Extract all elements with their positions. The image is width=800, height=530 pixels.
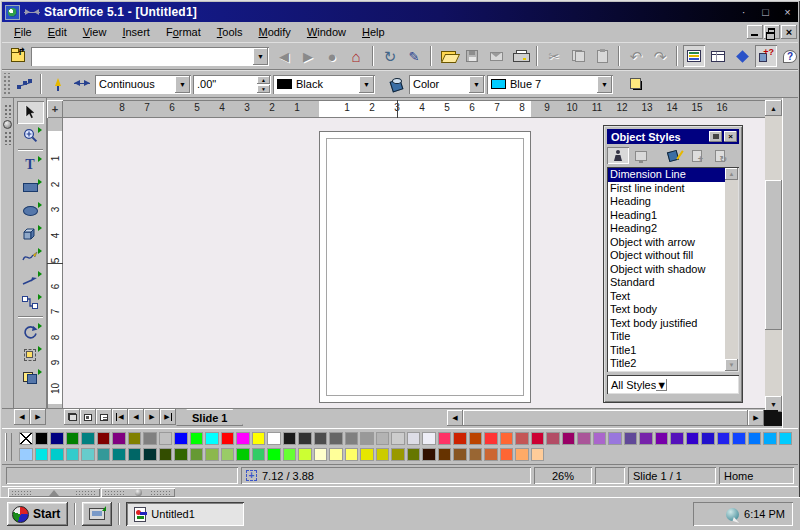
color-swatch[interactable] xyxy=(686,432,700,445)
color-swatch[interactable] xyxy=(608,432,622,445)
style-item[interactable]: Text xyxy=(608,290,725,304)
color-swatch[interactable] xyxy=(298,432,312,445)
style-item[interactable]: Heading1 xyxy=(608,209,725,223)
menu-item[interactable]: File xyxy=(6,24,40,41)
line-color-dropdown-button[interactable]: ▼ xyxy=(359,76,374,93)
color-swatch[interactable] xyxy=(329,448,343,461)
style-item[interactable]: Text body xyxy=(608,303,725,317)
toolbar-grip[interactable] xyxy=(2,73,11,95)
paste-button[interactable] xyxy=(591,45,613,67)
color-swatch[interactable] xyxy=(748,432,762,445)
arrow-style-button[interactable] xyxy=(71,73,93,95)
url-dropdown-button[interactable]: ▼ xyxy=(253,48,268,65)
color-swatch[interactable] xyxy=(159,432,173,445)
color-swatch[interactable] xyxy=(639,432,653,445)
color-swatch[interactable] xyxy=(128,448,142,461)
edit-file-button[interactable]: ✎ xyxy=(403,45,425,67)
style-item[interactable]: Title1 xyxy=(608,344,725,358)
color-swatch[interactable] xyxy=(376,432,390,445)
help-agent-button[interactable]: ? xyxy=(779,45,800,67)
back-button[interactable]: ◀ xyxy=(273,45,295,67)
color-swatch[interactable] xyxy=(469,448,483,461)
color-swatch[interactable] xyxy=(500,448,514,461)
color-swatch[interactable] xyxy=(112,432,126,445)
color-swatch[interactable] xyxy=(500,432,514,445)
line-width-up-button[interactable]: ▲ xyxy=(257,76,270,84)
explorer-button[interactable] xyxy=(683,45,705,67)
color-swatch[interactable] xyxy=(159,448,173,461)
color-swatch[interactable] xyxy=(655,432,669,445)
style-item[interactable]: Title2 xyxy=(608,357,725,371)
color-swatch[interactable] xyxy=(19,448,33,461)
navigator-button[interactable] xyxy=(731,45,753,67)
area-dialog-button[interactable] xyxy=(385,73,407,95)
explorer-dock-strip[interactable] xyxy=(2,98,14,408)
task-button-untitled1[interactable]: Untitled1 xyxy=(126,502,244,526)
tool-text-button[interactable]: T xyxy=(17,153,44,176)
style-filter-dropdown-button[interactable]: ▼ xyxy=(656,379,667,391)
doc-restore-button[interactable] xyxy=(764,25,780,39)
shadow-button[interactable] xyxy=(625,73,647,95)
status-position-field[interactable]: + 7.12 / 3.88 xyxy=(241,467,531,484)
copy-button[interactable] xyxy=(567,45,589,67)
slide-page[interactable] xyxy=(319,131,531,403)
maximize-button[interactable]: □ xyxy=(758,6,773,19)
first-slide-button[interactable]: ◀ xyxy=(112,409,128,425)
color-swatch[interactable] xyxy=(717,432,731,445)
color-swatch[interactable] xyxy=(376,448,390,461)
master-view-mode-button[interactable] xyxy=(80,409,96,425)
style-item[interactable]: Heading xyxy=(608,195,725,209)
color-swatch[interactable] xyxy=(345,448,359,461)
color-swatch[interactable] xyxy=(593,432,607,445)
tool-curve-button[interactable] xyxy=(17,245,44,268)
color-swatch[interactable] xyxy=(515,432,529,445)
fill-color-dropdown-button[interactable]: ▼ xyxy=(597,76,612,93)
send-mail-button[interactable] xyxy=(485,45,507,67)
color-swatch[interactable] xyxy=(422,448,436,461)
tool-rectangle-button[interactable] xyxy=(17,176,44,199)
fill-type-dropdown-button[interactable]: ▼ xyxy=(469,76,484,93)
color-swatch[interactable] xyxy=(732,432,746,445)
reload-button[interactable]: ↻ xyxy=(379,45,401,67)
color-swatch[interactable] xyxy=(624,432,638,445)
color-swatch[interactable] xyxy=(66,432,80,445)
color-swatch[interactable] xyxy=(314,432,328,445)
tool-arrange-button[interactable] xyxy=(17,366,44,389)
toolbox-scroll-right-button[interactable]: ▶ xyxy=(30,409,46,425)
style-filter-combobox[interactable]: All Styles ▼ xyxy=(607,375,739,394)
vertical-scrollbar[interactable]: ▲ ▼ xyxy=(765,100,782,412)
url-combobox[interactable]: ▼ xyxy=(31,47,269,66)
color-swatch[interactable] xyxy=(422,432,436,445)
menu-item[interactable]: Tools xyxy=(209,24,251,41)
horizontal-ruler[interactable]: 8765432112345678910111213141516 xyxy=(63,100,765,118)
color-swatch[interactable] xyxy=(670,432,684,445)
vertical-ruler[interactable]: 12345678910 xyxy=(47,118,63,408)
color-swatch[interactable] xyxy=(205,432,219,445)
slide-tab[interactable]: Slide 1 xyxy=(176,409,243,426)
color-swatch[interactable] xyxy=(407,432,421,445)
color-swatch[interactable] xyxy=(283,448,297,461)
line-color-combobox[interactable]: Black ▼ xyxy=(273,75,375,94)
line-style-dropdown-button[interactable]: ▼ xyxy=(175,76,190,93)
vertical-scroll-thumb[interactable] xyxy=(765,180,782,330)
doc-close-button[interactable]: × xyxy=(781,25,797,39)
fill-format-mode-button[interactable] xyxy=(663,147,685,164)
color-swatch[interactable] xyxy=(531,432,545,445)
line-style-combobox[interactable]: Continuous ▼ xyxy=(95,75,191,94)
presentation-styles-button[interactable] xyxy=(630,147,652,164)
color-swatch[interactable] xyxy=(453,448,467,461)
line-width-down-button[interactable]: ▼ xyxy=(257,85,270,93)
tool-rotate-button[interactable] xyxy=(17,320,44,343)
color-swatch[interactable] xyxy=(267,448,281,461)
color-swatch[interactable] xyxy=(562,432,576,445)
menu-item[interactable]: Help xyxy=(354,24,393,41)
stylist-button[interactable] xyxy=(755,45,777,67)
toolbox-scroll-left-button[interactable]: ◀ xyxy=(14,409,30,425)
color-swatch[interactable] xyxy=(190,432,204,445)
color-swatch[interactable] xyxy=(66,448,80,461)
ruler-origin-button[interactable]: + xyxy=(47,100,63,118)
next-slide-button[interactable]: ▶ xyxy=(144,409,160,425)
print-button[interactable] xyxy=(509,45,531,67)
style-item[interactable]: First line indent xyxy=(608,182,725,196)
color-swatch[interactable] xyxy=(252,432,266,445)
